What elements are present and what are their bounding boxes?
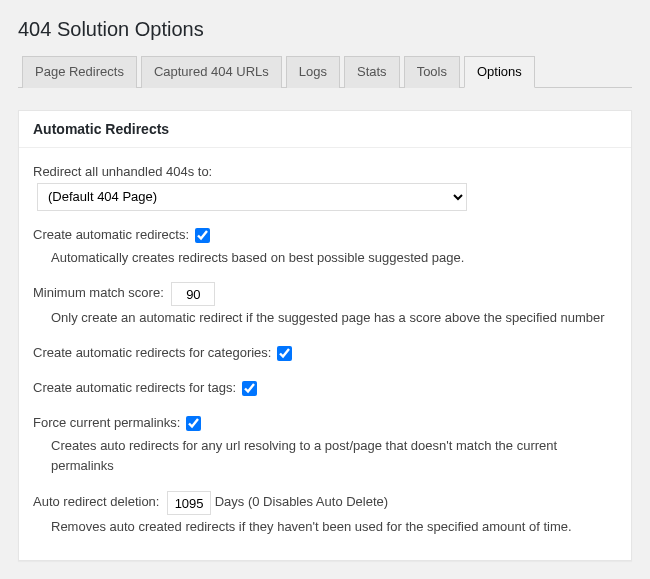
redirect-all-select[interactable]: (Default 404 Page): [37, 183, 467, 211]
page-title: 404 Solution Options: [18, 18, 632, 41]
auto-tags-checkbox[interactable]: [242, 381, 257, 396]
tab-options[interactable]: Options: [464, 56, 535, 88]
tab-tools[interactable]: Tools: [404, 56, 460, 88]
auto-delete-label: Auto redirect deletion:: [33, 495, 159, 510]
force-permalinks-label: Force current permalinks:: [33, 415, 180, 430]
auto-categories-checkbox[interactable]: [277, 346, 292, 361]
create-auto-desc: Automatically creates redirects based on…: [51, 248, 617, 269]
force-permalinks-checkbox[interactable]: [186, 416, 201, 431]
tab-captured-404-urls[interactable]: Captured 404 URLs: [141, 56, 282, 88]
auto-delete-desc: Removes auto created redirects if they h…: [51, 517, 617, 538]
min-score-desc: Only create an automatic redirect if the…: [51, 308, 617, 329]
create-auto-label: Create automatic redirects:: [33, 227, 189, 242]
automatic-redirects-heading: Automatic Redirects: [33, 121, 617, 137]
min-score-label: Minimum match score:: [33, 286, 164, 301]
force-permalinks-desc: Creates auto redirects for any url resol…: [51, 436, 617, 478]
automatic-redirects-panel: Automatic Redirects Redirect all unhandl…: [18, 110, 632, 561]
create-auto-checkbox[interactable]: [195, 228, 210, 243]
tab-logs[interactable]: Logs: [286, 56, 340, 88]
auto-categories-label: Create automatic redirects for categorie…: [33, 345, 271, 360]
nav-tabs: Page RedirectsCaptured 404 URLsLogsStats…: [18, 55, 632, 88]
min-score-input[interactable]: [171, 282, 215, 306]
auto-delete-input[interactable]: [167, 491, 211, 515]
auto-delete-suffix: Days (0 Disables Auto Delete): [215, 495, 388, 510]
redirect-all-label: Redirect all unhandled 404s to:: [33, 164, 212, 179]
auto-tags-label: Create automatic redirects for tags:: [33, 380, 236, 395]
tab-stats[interactable]: Stats: [344, 56, 400, 88]
tab-page-redirects[interactable]: Page Redirects: [22, 56, 137, 88]
